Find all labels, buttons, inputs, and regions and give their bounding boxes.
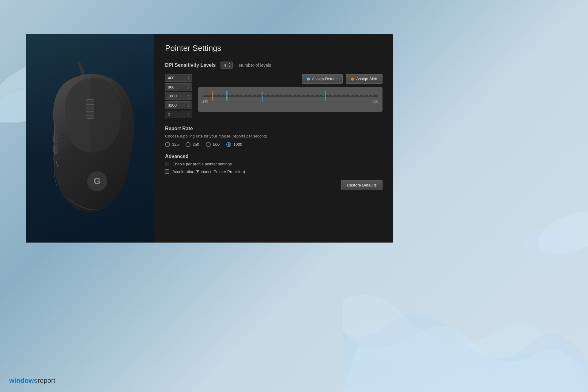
slider-dot	[310, 96, 311, 96]
slider-dot	[337, 96, 337, 96]
slider-marker-800-cyan[interactable]	[227, 91, 228, 101]
dpi-row-400[interactable]: 400 ▲ ▼	[165, 74, 192, 82]
dpi-slider-container[interactable]: ▲ 240 4000	[198, 87, 383, 112]
slider-max-label: 4000	[371, 100, 378, 103]
branding-windows: windows	[9, 377, 38, 384]
slider-dot	[368, 96, 369, 96]
slider-dot	[292, 96, 293, 96]
slider-dot	[377, 96, 378, 96]
slider-dot	[305, 96, 306, 96]
radio-option-500[interactable]: 500	[206, 142, 220, 147]
dpi-value-0: 0	[168, 112, 170, 117]
assign-default-button[interactable]: Assign Default	[302, 74, 343, 84]
slider-dot	[288, 96, 288, 96]
radio-circle-500[interactable]	[206, 142, 211, 147]
slider-dot	[217, 96, 217, 96]
slider-marker-400-orange[interactable]	[213, 91, 213, 101]
slider-min-label: 240	[202, 100, 208, 103]
settings-panel: Pointer Settings DPI Sensitivity Levels …	[154, 34, 393, 243]
radio-option-250[interactable]: 250	[186, 142, 199, 147]
dpi-section: DPI Sensitivity Levels 4 ▲ ▼ Number of l…	[165, 62, 383, 118]
slider-dot	[252, 96, 253, 96]
slider-dot	[341, 96, 342, 96]
slider-labels: 240 4000	[202, 100, 378, 103]
num-levels-down-arrow[interactable]: ▼	[228, 65, 231, 68]
dpi-down-3200[interactable]: ▼	[187, 105, 189, 108]
checkbox-per-profile-label: Enable per profile pointer settings	[172, 162, 232, 166]
dpi-up-800[interactable]: ▲	[187, 85, 189, 87]
slider-dot	[319, 96, 320, 96]
dpi-up-400[interactable]: ▲	[187, 75, 189, 78]
shift-dot-icon	[351, 77, 354, 81]
dpi-value-800: 800	[168, 85, 175, 89]
restore-defaults-button[interactable]: Restore Defaults	[341, 180, 383, 190]
assign-buttons: Assign Default Assign Shift	[198, 74, 383, 84]
svg-point-1	[522, 227, 581, 263]
slider-dot	[221, 96, 222, 96]
dpi-row-800[interactable]: 800 ▲ ▼	[165, 83, 192, 91]
num-levels-up-arrow[interactable]: ▲	[228, 62, 231, 65]
slider-dot	[265, 96, 266, 96]
dpi-down-800[interactable]: ▼	[187, 87, 189, 89]
dpi-arrows-800: ▲ ▼	[187, 85, 189, 90]
slider-arrow-up-icon: ▲	[260, 90, 264, 95]
slider-dot	[301, 96, 302, 96]
slider-dot	[332, 96, 333, 96]
advanced-title: Advanced	[165, 154, 383, 159]
slider-dot	[372, 96, 373, 96]
radio-circle-125[interactable]	[165, 142, 170, 147]
mouse-panel: G	[26, 34, 154, 243]
radio-label-250: 250	[193, 142, 199, 147]
dpi-right: Assign Default Assign Shift	[198, 74, 383, 112]
advanced-section: Advanced Enable per profile pointer sett…	[165, 154, 383, 174]
radio-option-1000[interactable]: 1000	[226, 142, 242, 147]
radio-group: 125 250 500 1000	[165, 142, 383, 147]
dpi-row-3200[interactable]: 3200 ▲ ▼	[165, 101, 192, 109]
slider-dot	[203, 96, 204, 96]
slider-dot	[279, 96, 280, 96]
report-rate-section: Report Rate Choose a polling rate for yo…	[165, 126, 383, 147]
slider-dot	[225, 96, 226, 96]
slider-dot	[230, 96, 231, 96]
slider-dot	[256, 96, 257, 96]
slider-marker-1600-blue[interactable]: ▲	[260, 90, 264, 102]
radio-option-125[interactable]: 125	[165, 142, 179, 147]
num-levels-control[interactable]: 4 ▲ ▼	[221, 62, 233, 69]
checkbox-acceleration-label: Acceleration (Enhance Pointer Precision)	[172, 169, 245, 174]
dpi-arrows-0: ▲ ▼	[187, 112, 189, 117]
num-levels-text: Number of levels	[239, 63, 271, 68]
svg-rect-15	[54, 155, 57, 161]
checkbox-row-acceleration: Acceleration (Enhance Pointer Precision)	[165, 169, 383, 174]
branding: windowsreport	[9, 377, 55, 385]
dpi-up-1600[interactable]: ▲	[187, 94, 189, 96]
radio-circle-250[interactable]	[186, 142, 190, 147]
slider-dot	[283, 96, 284, 96]
slider-dot	[274, 96, 275, 96]
slider-dot	[350, 96, 351, 96]
dpi-up-3200[interactable]: ▲	[187, 103, 189, 105]
bottom-row: Restore Defaults	[165, 180, 383, 190]
dpi-section-label: DPI Sensitivity Levels	[165, 62, 216, 68]
checkbox-acceleration[interactable]	[165, 169, 169, 174]
slider-dot	[247, 96, 248, 96]
num-levels-arrows: ▲ ▼	[228, 62, 231, 68]
slider-marker-3200-teal[interactable]	[325, 91, 326, 101]
slider-dots	[202, 96, 378, 96]
radio-circle-1000[interactable]	[226, 142, 231, 147]
dpi-down-1600[interactable]: ▼	[187, 96, 189, 99]
branding-report: report	[38, 377, 55, 384]
radio-label-125: 125	[172, 142, 179, 147]
slider-dot	[270, 96, 271, 96]
assign-shift-button[interactable]: Assign Shift	[346, 74, 383, 84]
slider-dot	[234, 96, 235, 96]
dpi-down-400[interactable]: ▼	[187, 78, 189, 80]
svg-text:G: G	[94, 176, 101, 186]
dpi-row-1600[interactable]: 1600 ▲ ▼	[165, 92, 192, 100]
app-window: G Pointer Settings DPI Sensitivity Level…	[26, 34, 393, 243]
dpi-value-1600: 1600	[168, 94, 177, 98]
dpi-value-400: 400	[168, 76, 175, 80]
dpi-down-0: ▼	[187, 115, 189, 117]
report-rate-title: Report Rate	[165, 126, 383, 131]
dpi-value-3200: 3200	[168, 103, 177, 107]
checkbox-per-profile[interactable]	[165, 162, 169, 166]
